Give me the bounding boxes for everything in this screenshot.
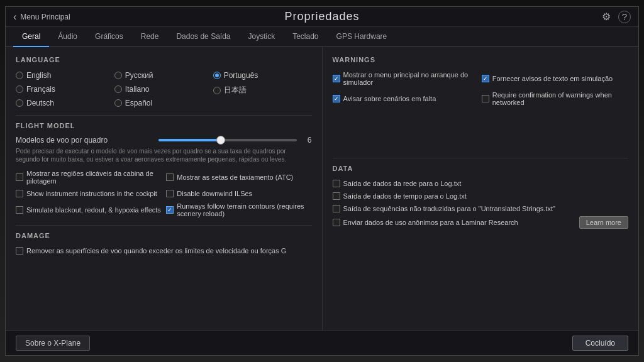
cb-label-saida-rede: Saída de dados da rede para o Log.txt bbox=[343, 180, 462, 187]
radio-label-italiano: Italiano bbox=[125, 85, 150, 94]
divider-language-flight bbox=[16, 115, 312, 116]
cb-menu-principal[interactable]: Mostrar o menu principal no arranque do … bbox=[333, 70, 479, 87]
slider-value: 6 bbox=[302, 136, 312, 145]
cb-box-fornecer-avisos bbox=[482, 75, 489, 82]
slider-fill bbox=[158, 139, 221, 141]
cb-cockpit-regions[interactable]: Mostrar as regiões clicáveis da cabina d… bbox=[16, 168, 161, 186]
cb-taxiamento[interactable]: Mostrar as setas de taxiamento (ATC) bbox=[166, 168, 311, 186]
cb-label-downwind-ils: Disable downwind ILSes bbox=[177, 190, 252, 197]
radio-circle-deutsch bbox=[16, 99, 23, 107]
tab-rede[interactable]: Rede bbox=[132, 27, 168, 47]
cb-label-simulate-blackout: Simulate blackout, redout, & hypoxia eff… bbox=[26, 206, 161, 214]
radio-circle-italiano bbox=[114, 85, 122, 93]
radio-label-english: English bbox=[26, 71, 51, 80]
cb-box-menu-principal bbox=[333, 75, 340, 82]
tab-geral[interactable]: Geral bbox=[13, 27, 49, 47]
tab-joystick[interactable]: Joystick bbox=[239, 27, 284, 47]
radio-english[interactable]: English bbox=[16, 70, 114, 81]
footer: Sobre o X-Plane Cocluído bbox=[6, 330, 638, 355]
divider-flight-damage bbox=[16, 225, 312, 226]
cb-box-cockpit-regions bbox=[16, 173, 23, 181]
radio-label-portugues: Português bbox=[224, 71, 258, 80]
cb-instrument-instructions[interactable]: Show instrument instructions in the cock… bbox=[16, 189, 161, 199]
learn-more-button[interactable]: Learn more bbox=[579, 216, 628, 229]
tab-teclado[interactable]: Teclado bbox=[284, 27, 327, 47]
back-arrow-icon: ‹ bbox=[13, 11, 16, 23]
tab-dados-saida[interactable]: Dados de Saída bbox=[167, 27, 239, 47]
radio-deutsch[interactable]: Deutsch bbox=[16, 97, 114, 109]
radio-circle-espanol bbox=[114, 99, 122, 107]
cb-runways-terrain[interactable]: Runways follow terrain contours (require… bbox=[166, 201, 311, 219]
cb-fornecer-avisos[interactable]: Fornecer avisos de texto em simulação bbox=[482, 70, 628, 87]
radio-russian[interactable]: Русский bbox=[114, 70, 213, 81]
cb-box-instrument-instructions bbox=[16, 190, 23, 197]
radio-japanese[interactable]: 日本語 bbox=[213, 84, 312, 97]
radio-circle-english bbox=[16, 72, 23, 79]
about-button[interactable]: Sobre o X-Plane bbox=[16, 336, 90, 351]
right-panel: WARNINGS Mostrar o menu principal no arr… bbox=[323, 47, 639, 330]
radio-circle-japanese bbox=[213, 87, 221, 94]
cb-downwind-ils[interactable]: Disable downwind ILSes bbox=[166, 189, 311, 199]
cb-box-downwind-ils bbox=[166, 190, 174, 197]
radio-portugues[interactable]: Português bbox=[213, 70, 312, 81]
radio-francais[interactable]: Français bbox=[16, 84, 114, 95]
cb-label-avisar-cenarios: Avisar sobre cenários em falta bbox=[343, 95, 436, 102]
tab-gps-hardware[interactable]: GPS Hardware bbox=[328, 27, 396, 47]
slider-label: Modelos de voo por quadro bbox=[16, 136, 153, 145]
cb-box-simulate-blackout bbox=[16, 206, 23, 214]
slider-thumb[interactable] bbox=[216, 136, 225, 145]
radio-label-deutsch: Deutsch bbox=[26, 99, 54, 107]
flight-model-section-title: FLIGHT MODEL bbox=[16, 122, 312, 129]
radio-label-espanol: Español bbox=[125, 99, 152, 107]
slider-note: Pode precisar de executar o modelo de vo… bbox=[16, 147, 312, 163]
title-bar: ‹ Menu Principal Propriedades ⚙ ? bbox=[6, 7, 638, 27]
cb-label-taxiamento: Mostrar as setas de taxiamento (ATC) bbox=[177, 173, 293, 181]
cb-saida-tempo[interactable]: Saída de dados de tempo para o Log.txt bbox=[333, 191, 629, 201]
cb-damage[interactable]: Remover as superfícies de voo quando exc… bbox=[16, 246, 312, 256]
radio-italiano[interactable]: Italiano bbox=[114, 84, 213, 95]
cb-label-menu-principal: Mostrar o menu principal no arranque do … bbox=[343, 71, 479, 86]
cb-label-require-confirmation: Require confirmation of warnings when ne… bbox=[492, 91, 628, 106]
tab-audio[interactable]: Áudio bbox=[49, 27, 86, 47]
radio-espanol[interactable]: Español bbox=[114, 97, 213, 109]
cb-label-saida-sequencias: Saída de sequências não traduzidas para … bbox=[343, 205, 555, 212]
cb-label-damage: Remover as superfícies de voo quando exc… bbox=[26, 247, 286, 255]
left-panel: LANGUAGE English Français Deutsch bbox=[6, 47, 323, 330]
flight-model-slider-row: Modelos de voo por quadro 6 bbox=[16, 136, 312, 145]
cb-saida-sequencias[interactable]: Saída de sequências não traduzidas para … bbox=[333, 204, 629, 214]
data-section-title: DATA bbox=[333, 165, 629, 172]
slider-track[interactable] bbox=[158, 139, 296, 141]
cb-simulate-blackout[interactable]: Simulate blackout, redout, & hypoxia eff… bbox=[16, 201, 161, 219]
cb-label-enviar-dados: Enviar dados de uso anônimos para a Lami… bbox=[343, 219, 518, 226]
cb-box-saida-tempo bbox=[333, 192, 340, 200]
cb-label-runways-terrain: Runways follow terrain contours (require… bbox=[177, 202, 311, 217]
settings-icon-button[interactable]: ⚙ bbox=[602, 11, 611, 23]
radio-circle-francais bbox=[16, 85, 23, 93]
radio-label-japanese: 日本語 bbox=[224, 85, 247, 96]
back-label: Menu Principal bbox=[20, 13, 70, 21]
cb-label-saida-tempo: Saída de dados de tempo para o Log.txt bbox=[343, 192, 467, 200]
cb-saida-rede[interactable]: Saída de dados da rede para o Log.txt bbox=[333, 178, 629, 189]
cb-avisar-cenarios[interactable]: Avisar sobre cenários em falta bbox=[333, 90, 479, 107]
cb-require-confirmation[interactable]: Require confirmation of warnings when ne… bbox=[482, 90, 628, 107]
warnings-section-title: WARNINGS bbox=[333, 56, 629, 63]
cb-label-fornecer-avisos: Fornecer avisos de texto em simulação bbox=[492, 75, 613, 82]
language-grid: English Français Deutsch Русский bbox=[16, 70, 312, 109]
help-icon-button[interactable]: ? bbox=[618, 11, 631, 23]
slider-container bbox=[158, 139, 296, 141]
divider-warnings-data bbox=[333, 158, 629, 158]
cb-box-runways-terrain bbox=[166, 206, 174, 214]
data-list: Saída de dados da rede para o Log.txt Sa… bbox=[333, 178, 629, 229]
close-button[interactable]: Cocluído bbox=[572, 336, 628, 351]
tab-graficos[interactable]: Gráficos bbox=[86, 27, 132, 47]
radio-label-russian: Русский bbox=[125, 71, 153, 80]
cb-enviar-dados[interactable]: Enviar dados de uso anônimos para a Lami… bbox=[333, 217, 574, 228]
tab-bar: Geral Áudio Gráficos Rede Dados de Saída… bbox=[6, 27, 638, 47]
warnings-row-2: Avisar sobre cenários em falta Require c… bbox=[333, 90, 629, 107]
data-row-laminar: Enviar dados de uso anônimos para a Lami… bbox=[333, 216, 629, 229]
cb-box-saida-rede bbox=[333, 180, 340, 187]
back-button[interactable]: ‹ Menu Principal bbox=[13, 11, 70, 23]
content-area: LANGUAGE English Français Deutsch bbox=[6, 47, 638, 330]
language-section-title: LANGUAGE bbox=[16, 56, 312, 63]
dialog-title: Propriedades bbox=[284, 10, 359, 23]
